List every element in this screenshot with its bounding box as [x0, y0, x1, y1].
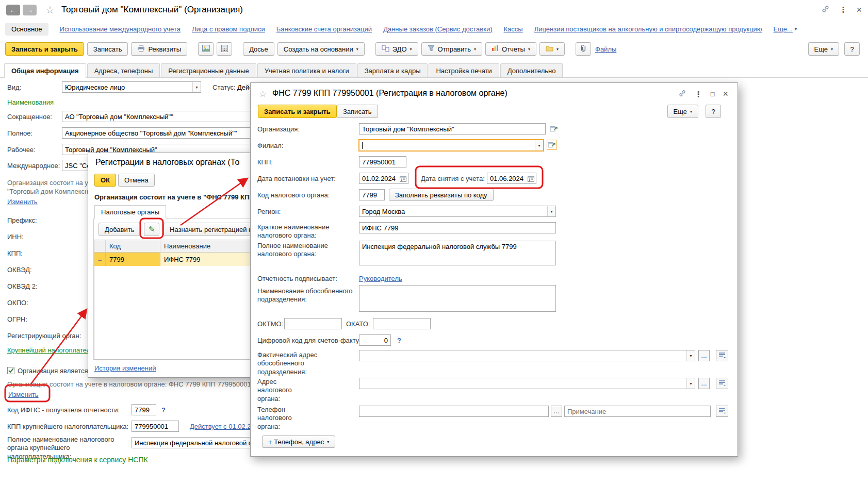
more-button[interactable]: Еще▾	[808, 42, 839, 56]
subdivision-name-textarea[interactable]	[359, 285, 556, 312]
short-tax-name-input[interactable]: ИФНС 7799	[359, 222, 556, 233]
region-select[interactable]: Город Москва ▾	[359, 206, 556, 217]
ifns-help-link[interactable]: ?	[161, 406, 166, 414]
ifns-code-input[interactable]: 7799	[132, 404, 156, 415]
send-button[interactable]: Отправить▾	[421, 42, 482, 56]
deregistration-date-input[interactable]: 01.06.2024	[487, 173, 536, 184]
chevron-down-icon[interactable]: ▾	[192, 82, 201, 92]
nav-more-button[interactable]: Еще...▾	[774, 25, 797, 33]
oktmo-label: ОКТМО:	[257, 320, 283, 328]
change-link-bottom[interactable]: Изменить	[8, 391, 39, 398]
save-and-close-button[interactable]: Записать и закрыть	[258, 105, 337, 118]
help-button[interactable]: ?	[844, 42, 860, 56]
tax-authority-address-input[interactable]: ▾	[359, 378, 695, 389]
branch-input[interactable]: ▾	[358, 139, 544, 152]
chevron-down-icon[interactable]: ▾	[686, 378, 695, 389]
close-icon[interactable]: ×	[856, 5, 862, 15]
largest-taxpayer-link[interactable]: Крупнейший налогоплател	[7, 346, 90, 354]
reports-button[interactable]: Отчеты▾	[485, 42, 536, 56]
tab-additional[interactable]: Дополнительно	[500, 63, 563, 77]
save-button[interactable]: Записать	[87, 42, 128, 56]
calendar-icon[interactable]	[527, 174, 535, 183]
report-signer-link[interactable]: Руководитель	[359, 275, 402, 282]
tab-general-info[interactable]: Общая информация	[4, 63, 86, 77]
chevron-down-icon[interactable]: ▾	[535, 140, 543, 150]
maximize-icon[interactable]: □	[711, 90, 715, 98]
nav-link-international-accounting[interactable]: Использование международного учета	[60, 25, 181, 33]
nav-link-alcohol-licenses[interactable]: Лицензии поставщиков на алкогольную и сп…	[534, 25, 762, 33]
image-button[interactable]	[198, 42, 214, 56]
folder-menu-button[interactable]: ▾	[539, 42, 565, 56]
cancel-button[interactable]: Отмена	[118, 174, 155, 187]
tab-accounting-policy[interactable]: Учетная политика и налоги	[257, 63, 356, 77]
ok-button[interactable]: ОК	[94, 174, 116, 187]
tax-authority-phone-input[interactable]	[359, 406, 549, 417]
short-name-input[interactable]: АО "Торговый дом "Комплексный""	[62, 111, 279, 122]
actual-address-input[interactable]: ▾	[359, 350, 695, 361]
phone-ellipsis-button[interactable]: …	[551, 406, 562, 417]
nav-link-cash-registers[interactable]: Кассы	[504, 25, 523, 33]
org-is-largest-checkbox[interactable]	[7, 367, 14, 374]
kind-select[interactable]: Юридическое лицо ▾	[62, 81, 201, 93]
largest-kpp-input[interactable]: 779950001	[132, 421, 179, 432]
tax-address-text-button[interactable]	[716, 378, 728, 389]
nav-item-main[interactable]: Основное	[5, 23, 48, 36]
save-and-close-button[interactable]: Записать и закрыть	[5, 42, 84, 56]
kpp-input[interactable]: 779950001	[359, 156, 406, 167]
registration-date-value: 01.02.2024	[362, 175, 396, 182]
change-history-link[interactable]: История изменений	[94, 364, 156, 372]
back-button[interactable]: ←	[6, 5, 20, 15]
fill-by-code-button[interactable]: Заполнить реквизиты по коду	[389, 189, 494, 201]
full-tax-name-textarea[interactable]: Инспекция федеральной налоговой службы 7…	[359, 241, 556, 265]
link-icon[interactable]	[678, 89, 686, 99]
phone-text-button[interactable]	[716, 406, 728, 417]
forward-button[interactable]: →	[23, 5, 37, 15]
files-link[interactable]: Файлы	[595, 45, 616, 53]
edo-button[interactable]: ЭДО▾	[375, 42, 418, 56]
kebab-menu-icon[interactable]: ⋮	[695, 90, 702, 99]
tab-payroll-hr[interactable]: Зарплата и кадры	[357, 63, 428, 77]
calendar-icon[interactable]	[399, 174, 407, 183]
tab-addresses[interactable]: Адреса, телефоны	[87, 63, 160, 77]
tab-print-settings[interactable]: Настройка печати	[429, 63, 499, 77]
create-based-on-button[interactable]: Создать на основании▾	[277, 42, 365, 56]
full-name-input[interactable]: Акционерное общество "Торговый дом "Комп…	[62, 127, 279, 139]
favorite-star-icon[interactable]: ☆	[45, 4, 55, 16]
calculator-button[interactable]	[217, 42, 232, 56]
chevron-down-icon[interactable]: ▾	[686, 350, 695, 361]
dossier-button[interactable]: Досье	[243, 42, 274, 56]
add-button[interactable]: Добавить	[99, 223, 140, 236]
okato-input[interactable]	[373, 318, 431, 329]
close-icon[interactable]: ×	[723, 89, 728, 99]
chevron-down-icon[interactable]: ▾	[547, 206, 555, 216]
add-phone-address-button[interactable]: + Телефон, адрес ▾	[262, 435, 335, 448]
attachments-button[interactable]	[576, 42, 591, 56]
registration-date-input[interactable]: 01.02.2024	[359, 173, 408, 184]
organization-input[interactable]: Торговый дом "Комплексный"	[359, 123, 546, 135]
tax-authority-code-input[interactable]: 7799	[359, 189, 385, 200]
actual-address-ellipsis-button[interactable]: …	[698, 350, 710, 361]
invoice-code-help-link[interactable]: ?	[397, 337, 401, 344]
region-value: Город Москва	[362, 208, 405, 215]
more-button[interactable]: Еще▾	[667, 105, 698, 118]
nav-link-bank-accounts[interactable]: Банковские счета организаций	[276, 25, 372, 33]
kebab-menu-icon[interactable]: ⋮	[839, 5, 847, 14]
nav-link-signatories[interactable]: Лица с правом подписи	[192, 25, 265, 33]
actual-address-text-button[interactable]	[716, 350, 728, 361]
tab-registration-data[interactable]: Регистрационные данные	[161, 63, 256, 77]
tax-address-ellipsis-button[interactable]: …	[698, 378, 710, 389]
help-button[interactable]: ?	[706, 105, 721, 118]
link-icon[interactable]	[821, 5, 830, 15]
favorite-star-icon[interactable]: ☆	[259, 89, 267, 99]
edit-button[interactable]: ✎	[144, 223, 159, 236]
open-form-icon[interactable]	[547, 140, 556, 150]
open-form-icon[interactable]	[549, 124, 559, 134]
phone-note-input[interactable]	[564, 406, 711, 417]
change-link-top[interactable]: Изменить	[7, 198, 38, 206]
invoice-digital-code-input[interactable]: 0	[359, 334, 391, 346]
requisites-button[interactable]: Реквизиты	[131, 42, 187, 56]
save-button[interactable]: Записать	[337, 105, 378, 118]
tab-tax-authorities[interactable]: Налоговые органы	[94, 205, 166, 219]
oktmo-input[interactable]	[284, 318, 342, 329]
nav-link-order-data[interactable]: Данные заказов (Сервис доставки)	[383, 25, 492, 33]
